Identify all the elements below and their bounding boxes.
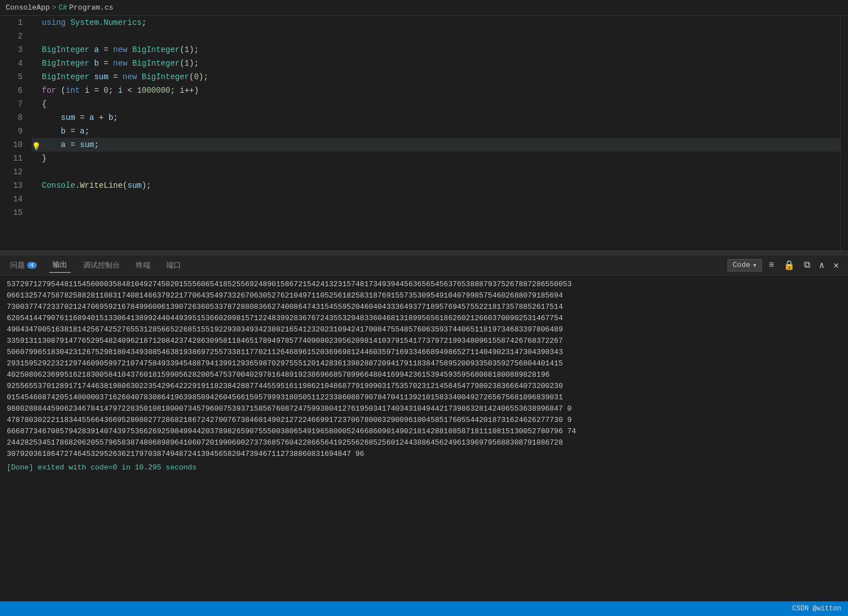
token-punc: ;	[113, 111, 118, 124]
editor-scrollbar[interactable]	[840, 16, 848, 251]
code-line	[32, 165, 840, 179]
token-kw-type: BigInteger	[42, 57, 89, 70]
token-punc: ;	[141, 16, 146, 29]
token-num: 1000000	[137, 84, 170, 97]
editor-area: 123456789101112131415 using System.Numer…	[0, 16, 848, 251]
token-punc	[80, 84, 84, 97]
token-num: 0	[194, 70, 199, 84]
lock-icon-btn[interactable]: 🔒	[781, 259, 797, 272]
close-panel-btn[interactable]: ✕	[831, 259, 841, 272]
token-punc: (	[180, 43, 184, 57]
main-content: 123456789101112131415 using System.Numer…	[0, 16, 848, 616]
line-number: 8	[0, 111, 23, 124]
token-method: WriteLine	[80, 179, 123, 192]
panel-tabs-right: Code ▾ ≡ 🔒 ⧉ ∧ ✕	[728, 259, 841, 272]
code-line: {	[32, 97, 840, 111]
token-var: i	[180, 84, 184, 97]
token-kw-type: BigInteger	[42, 43, 89, 57]
tab-label: 调试控制台	[83, 260, 120, 270]
token-var: a	[80, 124, 84, 138]
token-punc: );	[199, 70, 208, 84]
file-name[interactable]: Program.cs	[69, 3, 113, 12]
panel-tab-debug[interactable]: 调试控制台	[80, 258, 123, 273]
token-punc	[66, 16, 70, 29]
code-content[interactable]: using System.Numerics;BigInteger a = new…	[27, 16, 840, 251]
line-number: 11	[0, 152, 23, 165]
token-var: i	[85, 84, 89, 97]
line-number: 7	[0, 97, 23, 111]
token-punc: (	[56, 84, 66, 97]
output-line: 6205414479076116894015133064138992440449…	[7, 313, 841, 324]
token-var: b	[109, 111, 113, 124]
token-punc	[42, 138, 61, 152]
output-area: 5372971279544811545600035848104927450201…	[0, 275, 848, 616]
token-var: sum	[80, 138, 94, 152]
line-number: 3	[0, 43, 23, 57]
code-line: 💡 a = sum;	[32, 138, 840, 152]
output-line: 5372971279544811545600035848104927450201…	[7, 279, 841, 290]
tab-badge: 4	[27, 262, 37, 269]
breadcrumb-separator: >	[52, 3, 57, 12]
token-var: b	[94, 57, 98, 70]
copy-icon-btn[interactable]: ⧉	[802, 259, 812, 272]
token-punc: ;	[109, 84, 118, 97]
token-kw-type: BigInteger	[141, 70, 189, 84]
output-line: 5060799651830423126752981804349308546381…	[7, 347, 841, 358]
token-punc: );	[190, 57, 199, 70]
attribution-text: CSDN @witton	[793, 605, 841, 613]
code-line: for (int i = 0; i < 1000000; i++)	[32, 84, 840, 97]
token-punc: =	[89, 84, 104, 97]
token-punc: ;	[170, 84, 180, 97]
project-name[interactable]: ConsoleApp	[6, 3, 50, 12]
code-line: BigInteger sum = new BigInteger(0);	[32, 70, 840, 84]
token-punc	[127, 43, 132, 57]
done-status: [Done] exited with code=0 in 10.295 seco…	[7, 462, 841, 473]
token-punc: =	[66, 138, 80, 152]
token-punc	[89, 70, 94, 84]
panel-tab-port[interactable]: 端口	[163, 258, 184, 273]
token-kw: int	[66, 84, 80, 97]
breadcrumb-bar: ConsoleApp > C# Program.cs	[0, 0, 848, 16]
line-number: 6	[0, 84, 23, 97]
code-line: BigInteger a = new BigInteger(1);	[32, 43, 840, 57]
line-number: 15	[0, 206, 23, 219]
panel-tab-terminal[interactable]: 终端	[132, 258, 154, 273]
token-kw: new	[123, 70, 137, 84]
token-punc	[42, 111, 61, 124]
panel-tab-output[interactable]: 输出	[49, 257, 71, 273]
token-var: sum	[127, 179, 141, 192]
token-var: i	[118, 84, 123, 97]
token-kw-type: BigInteger	[42, 70, 89, 84]
tab-label: 输出	[53, 260, 67, 270]
token-var: sum	[61, 111, 75, 124]
output-line: 3359131130879147765295482409621871208423…	[7, 335, 841, 347]
token-punc: {	[42, 97, 46, 111]
token-punc: =	[66, 124, 80, 138]
line-number: 13	[0, 179, 23, 192]
panel-section: 问题4输出调试控制台终端端口 Code ▾ ≡ 🔒 ⧉ ∧ ✕ 53729712…	[0, 255, 848, 616]
token-punc: (	[190, 70, 194, 84]
token-punc: =	[99, 43, 113, 57]
file-icon: C#	[59, 4, 67, 12]
token-punc: ++)	[184, 84, 199, 97]
code-line: b = a;	[32, 124, 840, 138]
output-line: 2931595292232129746090599721074758493394…	[7, 358, 841, 369]
token-var: b	[61, 124, 66, 138]
token-punc: =	[99, 57, 113, 70]
output-line: 7300377472337021247069592167849960061390…	[7, 301, 841, 313]
panel-tab-problems[interactable]: 问题4	[7, 258, 40, 273]
line-number: 4	[0, 57, 23, 70]
tab-label: 端口	[166, 260, 181, 270]
chevron-down-icon: ▾	[752, 261, 757, 270]
panel-code-dropdown[interactable]: Code ▾	[728, 259, 762, 272]
token-punc: (	[123, 179, 127, 192]
token-punc	[137, 70, 141, 84]
lightbulb-icon[interactable]: 💡	[32, 140, 41, 149]
output-line: 0154546087420514000003716260407830864196…	[7, 392, 841, 403]
chevron-up-icon-btn[interactable]: ∧	[817, 259, 827, 272]
filter-icon-btn[interactable]: ≡	[767, 259, 777, 272]
token-num: 1	[184, 57, 189, 70]
token-var: a	[94, 43, 98, 57]
status-bar: status CSDN @witton	[0, 601, 848, 616]
token-kw: new	[113, 57, 127, 70]
